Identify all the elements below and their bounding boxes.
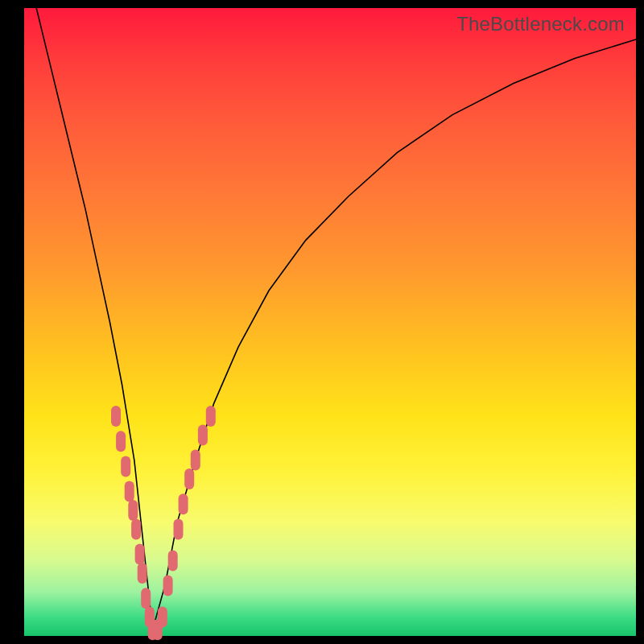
curve-marker	[191, 450, 200, 471]
curve-marker	[198, 424, 208, 445]
curve-marker	[125, 481, 134, 502]
plot-area: TheBottleneck.com	[24, 8, 636, 636]
curve-marker	[131, 518, 141, 539]
curve-marker	[206, 406, 216, 427]
curve-marker	[158, 607, 167, 628]
curve-marker	[135, 544, 145, 565]
marker-layer	[111, 406, 216, 640]
curve-marker	[174, 518, 184, 539]
stage: TheBottleneck.com	[0, 0, 644, 644]
curve-marker	[138, 563, 147, 584]
curve-marker	[141, 588, 151, 609]
curve-layer	[36, 8, 636, 630]
curve-right-branch	[153, 39, 636, 630]
curve-marker	[116, 431, 126, 452]
curve-marker	[128, 500, 138, 521]
curve-marker	[121, 456, 130, 477]
curve-marker	[163, 576, 173, 597]
curve-marker	[111, 406, 121, 427]
curve-marker	[179, 493, 188, 514]
chart-svg	[24, 8, 636, 636]
curve-marker	[168, 550, 178, 571]
curve-marker	[184, 469, 194, 489]
